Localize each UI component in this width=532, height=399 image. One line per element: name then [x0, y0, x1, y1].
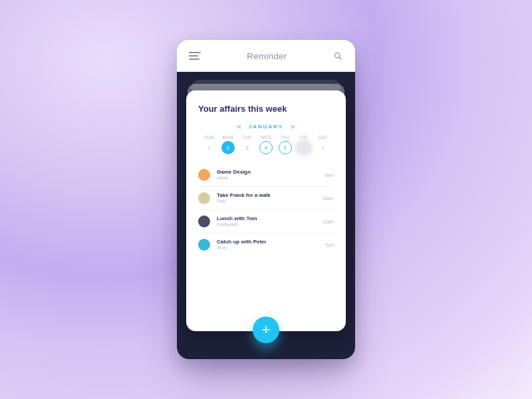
event-title: Lunch with Tom [217, 216, 315, 222]
event-title: Take Frank for a walk [217, 193, 315, 199]
weekday-label: THU [275, 135, 295, 140]
add-button[interactable]: + [253, 317, 279, 343]
avatar [198, 215, 210, 227]
prev-month-icon[interactable]: ◀ [236, 123, 241, 130]
avatar [198, 239, 210, 251]
list-item[interactable]: Game DesignHome8am [198, 164, 334, 187]
event-subtitle: Home [217, 176, 318, 180]
weekday-label: WED [257, 135, 276, 140]
event-subtitle: Park [217, 199, 315, 203]
menu-icon[interactable] [189, 52, 201, 60]
weekday-row: SUN MON TUE WED THU FRI SAT [198, 135, 334, 140]
week-card: Your affairs this week ◀ JANUARY ▶ SUN M… [186, 90, 346, 331]
event-time: 10am [322, 196, 334, 201]
next-month-icon[interactable]: ▶ [291, 123, 296, 130]
day-cell[interactable]: 5 [279, 141, 292, 154]
event-list: Game DesignHome8amTake Frank for a walkP… [198, 164, 334, 256]
weekday-label: TUE [237, 135, 257, 140]
list-item[interactable]: Catch up with PeterWork7pm [198, 233, 334, 256]
avatar [198, 192, 210, 204]
day-cell[interactable]: 3 [240, 141, 253, 154]
event-subtitle: Restaurant [217, 222, 315, 227]
day-cell[interactable]: 1 [202, 141, 215, 154]
event-title: Catch up with Peter [217, 239, 318, 245]
weekday-label: SAT [313, 135, 332, 140]
page-title: Reminder [201, 51, 333, 61]
day-cell[interactable]: 6 [297, 141, 311, 154]
avatar [198, 169, 210, 181]
day-row: 1234567 [198, 141, 334, 154]
svg-line-1 [339, 57, 341, 59]
event-time: 12am [322, 219, 334, 224]
event-time: 7pm [325, 243, 334, 247]
card-title: Your affairs this week [198, 104, 334, 114]
weekday-label: SUN [200, 135, 219, 140]
weekday-label: FRI [295, 135, 314, 140]
event-subtitle: Work [217, 245, 318, 250]
day-cell[interactable]: 2 [221, 141, 235, 154]
content-area: Your affairs this week ◀ JANUARY ▶ SUN M… [177, 72, 355, 359]
weekday-label: MON [219, 135, 238, 140]
search-icon[interactable] [333, 51, 343, 61]
month-label: JANUARY [249, 124, 283, 130]
app-header: Reminder [177, 40, 355, 72]
event-title: Game Design [217, 170, 318, 176]
list-item[interactable]: Lunch with TomRestaurant12am [198, 210, 334, 233]
phone-frame: Reminder Your affairs this week ◀ JANUAR… [177, 40, 355, 359]
svg-point-0 [335, 53, 340, 58]
day-cell[interactable]: 7 [317, 141, 330, 154]
day-cell[interactable]: 4 [259, 141, 273, 154]
event-time: 8am [325, 173, 334, 178]
list-item[interactable]: Take Frank for a walkPark10am [198, 187, 334, 210]
